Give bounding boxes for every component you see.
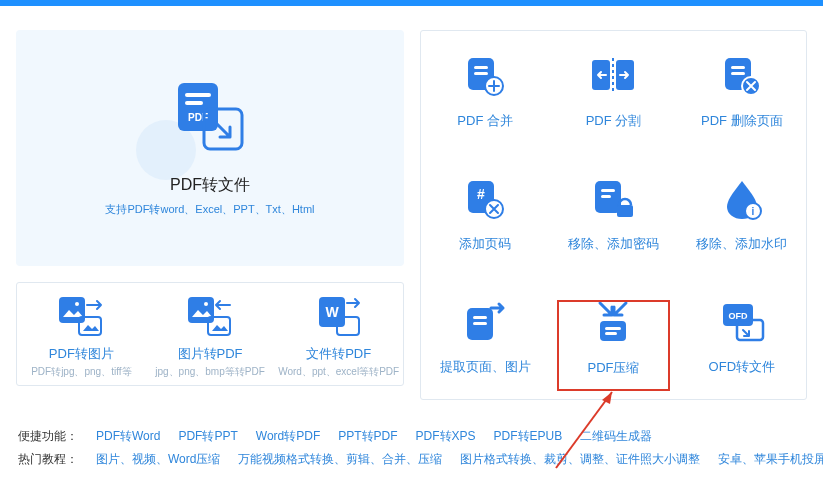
footer-links: 便捷功能： PDF转Word PDF转PPT Word转PDF PPT转PDF … <box>0 412 823 468</box>
svg-rect-15 <box>474 66 488 69</box>
link-image-tutorial[interactable]: 图片格式转换、裁剪、调整、证件照大小调整 <box>460 451 700 468</box>
lock-icon <box>591 177 635 225</box>
image-in-icon <box>186 293 234 341</box>
tool-label: 移除、添加水印 <box>696 235 787 253</box>
pdf-file-icon: PDF <box>170 79 250 159</box>
tool-label: 提取页面、图片 <box>440 358 531 376</box>
tool-pdf-split[interactable]: PDF 分割 <box>549 31 677 154</box>
svg-rect-31 <box>617 205 633 217</box>
tool-desc: Word、ppt、excel等转PDF <box>276 365 401 379</box>
svg-point-9 <box>204 302 208 306</box>
link-pdf-to-ppt[interactable]: PDF转PPT <box>178 428 237 445</box>
pdf-to-file-card[interactable]: PDF PDF转文件 支持PDF转word、Excel、PPT、Txt、Html <box>16 30 404 266</box>
svg-rect-35 <box>473 316 487 319</box>
svg-rect-29 <box>601 189 615 192</box>
hero-subtitle: 支持PDF转word、Excel、PPT、Txt、Html <box>105 202 314 217</box>
link-qr-generator[interactable]: 二维码生成器 <box>580 428 652 445</box>
quick-links-label: 便捷功能： <box>18 428 78 445</box>
tool-desc: jpg、png、bmp等转PDF <box>153 365 266 379</box>
big-tools-grid: PDF 合并 PDF 分割 PDF 删除页面 # 添加页码 移除、添加密码 i … <box>420 30 807 400</box>
link-mirror-tutorial[interactable]: 安卓、苹果手机投屏至 <box>718 451 823 468</box>
tool-watermark[interactable]: i 移除、添加水印 <box>678 154 806 277</box>
svg-rect-36 <box>473 322 487 325</box>
svg-rect-0 <box>178 83 218 131</box>
link-video-tutorial[interactable]: 万能视频格式转换、剪辑、合并、压缩 <box>238 451 442 468</box>
svg-rect-1 <box>185 93 211 97</box>
tool-label: 文件转PDF <box>306 345 371 363</box>
svg-rect-37 <box>600 321 626 341</box>
tool-ofd-convert[interactable]: OFD OFD转文件 <box>678 276 806 399</box>
tool-password[interactable]: 移除、添加密码 <box>549 154 677 277</box>
tool-extract[interactable]: 提取页面、图片 <box>421 276 549 399</box>
svg-rect-5 <box>59 297 85 323</box>
svg-text:i: i <box>751 206 754 217</box>
svg-rect-39 <box>605 332 617 335</box>
merge-icon <box>464 54 506 102</box>
tool-image-to-pdf[interactable]: 图片转PDF jpg、png、bmp等转PDF <box>146 293 275 379</box>
link-word-to-pdf[interactable]: Word转PDF <box>256 428 320 445</box>
tool-label: 移除、添加密码 <box>568 235 659 253</box>
delete-page-icon <box>721 54 763 102</box>
tool-label: PDF 删除页面 <box>701 112 783 130</box>
split-icon <box>588 54 638 102</box>
tool-label: PDF 分割 <box>586 112 642 130</box>
svg-rect-2 <box>185 101 203 105</box>
link-ppt-to-pdf[interactable]: PPT转PDF <box>338 428 397 445</box>
svg-point-6 <box>75 302 79 306</box>
svg-rect-16 <box>474 72 488 75</box>
main-area: PDF PDF转文件 支持PDF转word、Excel、PPT、Txt、Html… <box>0 6 823 412</box>
tool-pdf-compress[interactable]: PDF压缩 <box>549 276 677 399</box>
tool-label: 添加页码 <box>459 235 511 253</box>
quick-links-row: 便捷功能： PDF转Word PDF转PPT Word转PDF PPT转PDF … <box>18 428 805 445</box>
compress-icon <box>592 299 634 349</box>
tool-pdf-delete-page[interactable]: PDF 删除页面 <box>678 31 806 154</box>
tool-label: PDF 合并 <box>457 112 513 130</box>
link-pdf-to-word[interactable]: PDF转Word <box>96 428 160 445</box>
word-file-icon: W <box>315 293 363 341</box>
tool-pdf-to-image[interactable]: PDF转图片 PDF转jpg、png、tiff等 <box>17 293 146 379</box>
svg-rect-38 <box>605 327 621 330</box>
svg-rect-30 <box>601 195 611 198</box>
page-number-icon: # <box>464 177 506 225</box>
right-column: PDF 合并 PDF 分割 PDF 删除页面 # 添加页码 移除、添加密码 i … <box>420 30 807 400</box>
tool-label: 图片转PDF <box>178 345 243 363</box>
tool-file-to-pdf[interactable]: W 文件转PDF Word、ppt、excel等转PDF <box>274 293 403 379</box>
image-out-icon <box>57 293 105 341</box>
hero-title: PDF转文件 <box>170 175 250 196</box>
small-tools-grid: PDF转图片 PDF转jpg、png、tiff等 图片转PDF jpg、png、… <box>16 282 404 386</box>
link-pdf-to-xps[interactable]: PDF转XPS <box>416 428 476 445</box>
tool-add-page-number[interactable]: # 添加页码 <box>421 154 549 277</box>
svg-rect-22 <box>731 66 745 69</box>
link-pdf-to-epub[interactable]: PDF转EPUB <box>494 428 563 445</box>
left-column: PDF PDF转文件 支持PDF转word、Excel、PPT、Txt、Html… <box>16 30 404 400</box>
svg-text:#: # <box>477 186 485 202</box>
svg-rect-23 <box>731 72 745 75</box>
tool-desc: PDF转jpg、png、tiff等 <box>29 365 133 379</box>
watermark-icon: i <box>721 177 763 225</box>
tool-label: OFD转文件 <box>709 358 775 376</box>
hot-links-label: 热门教程： <box>18 451 78 468</box>
extract-icon <box>463 300 507 348</box>
ofd-icon: OFD <box>719 300 765 348</box>
tool-label: PDF压缩 <box>587 359 639 377</box>
hot-links-row: 热门教程： 图片、视频、Word压缩 万能视频格式转换、剪辑、合并、压缩 图片格… <box>18 451 805 468</box>
tool-label: PDF转图片 <box>49 345 114 363</box>
svg-rect-8 <box>188 297 214 323</box>
tool-pdf-merge[interactable]: PDF 合并 <box>421 31 549 154</box>
link-compress-tutorial[interactable]: 图片、视频、Word压缩 <box>96 451 220 468</box>
